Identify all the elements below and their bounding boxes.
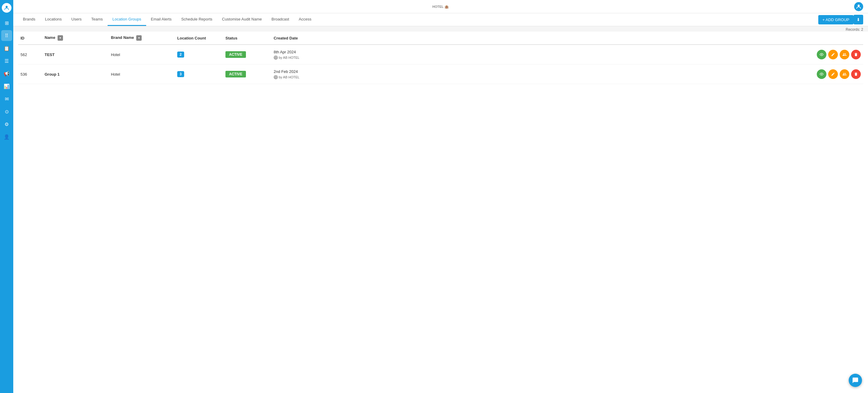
- row-name: TEST: [42, 44, 108, 64]
- tab-email-alerts[interactable]: Email Alerts: [146, 13, 177, 26]
- user-avatar[interactable]: [854, 2, 863, 11]
- document-icon[interactable]: 📋: [1, 43, 12, 54]
- nav-tabs: Brands Locations Users Teams Location Gr…: [13, 13, 868, 26]
- row-created-date: 8th Apr 2024 ⓘ by AB HOTEL: [271, 44, 814, 64]
- add-group-button[interactable]: + ADD GROUP: [818, 15, 854, 24]
- view-button[interactable]: [817, 50, 827, 59]
- manage-users-button[interactable]: [840, 50, 849, 59]
- edit-button[interactable]: [828, 69, 838, 79]
- name-sort-button[interactable]: ▼: [58, 35, 63, 41]
- target-icon[interactable]: ⊙: [1, 106, 12, 117]
- row-brand-name: Hotel: [108, 64, 175, 84]
- list-icon[interactable]: ☰: [1, 56, 12, 66]
- row-actions: [814, 64, 863, 84]
- tab-teams[interactable]: Teams: [87, 13, 107, 26]
- view-button[interactable]: [817, 69, 827, 79]
- megaphone-icon[interactable]: 📢: [1, 68, 12, 79]
- chat-button[interactable]: [849, 374, 862, 387]
- col-brand-name: Brand Name ▼: [108, 32, 175, 44]
- col-name: Name ▼: [42, 32, 108, 44]
- info-icon: ⓘ: [274, 56, 278, 60]
- row-location-count: 2: [175, 44, 223, 64]
- action-icons: [817, 69, 861, 79]
- col-status: Status: [223, 32, 271, 44]
- svg-point-2: [821, 54, 822, 55]
- content-area: ID Name ▼ Brand Name ▼ Location Count: [13, 32, 868, 393]
- topbar: HOTEL 🏨: [13, 0, 868, 13]
- info-icon: ⓘ: [274, 75, 278, 79]
- row-name: Group 1: [42, 64, 108, 84]
- edit-button[interactable]: [828, 50, 838, 59]
- tab-broadcast[interactable]: Broadcast: [267, 13, 294, 26]
- row-created-date: 2nd Feb 2024 ⓘ by AB HOTEL: [271, 64, 814, 84]
- row-status: ACTIVE: [223, 64, 271, 84]
- tab-schedule-reports[interactable]: Schedule Reports: [176, 13, 217, 26]
- svg-point-1: [858, 4, 860, 7]
- tab-locations[interactable]: Locations: [40, 13, 67, 26]
- tab-customise-audit-name[interactable]: Customise Audit Name: [217, 13, 267, 26]
- delete-button[interactable]: [851, 50, 861, 59]
- manage-users-button[interactable]: [840, 69, 849, 79]
- inbox-icon[interactable]: ✉: [1, 93, 12, 104]
- delete-button[interactable]: [851, 69, 861, 79]
- col-id: ID: [18, 32, 42, 44]
- settings-icon[interactable]: ⚙: [1, 119, 12, 129]
- row-brand-name: Hotel: [108, 44, 175, 64]
- col-created-date: Created Date: [271, 32, 814, 44]
- row-id: 536: [18, 64, 42, 84]
- row-location-count: 3: [175, 64, 223, 84]
- records-count: Records: 2: [13, 26, 868, 32]
- table-row: 562 TEST Hotel 2 ACTIVE 8th Apr 2024: [18, 44, 863, 64]
- tab-users[interactable]: Users: [67, 13, 87, 26]
- tab-brands[interactable]: Brands: [18, 13, 40, 26]
- col-location-count: Location Count: [175, 32, 223, 44]
- table-row: 536 Group 1 Hotel 3 ACTIVE 2nd Feb 2024: [18, 64, 863, 84]
- action-icons: [817, 50, 861, 59]
- table-header-row: ID Name ▼ Brand Name ▼ Location Count: [18, 32, 863, 44]
- tab-location-groups[interactable]: Location Groups: [107, 13, 146, 26]
- svg-point-3: [821, 73, 822, 75]
- svg-point-0: [6, 6, 8, 8]
- location-groups-table: ID Name ▼ Brand Name ▼ Location Count: [18, 32, 863, 84]
- brand-logo: HOTEL 🏨: [433, 4, 449, 9]
- app-logo[interactable]: [2, 3, 11, 13]
- chart-icon[interactable]: 📊: [1, 81, 12, 92]
- row-actions: [814, 44, 863, 64]
- dots-menu-icon[interactable]: ⠿: [1, 30, 12, 41]
- person-icon[interactable]: 👤: [1, 131, 12, 142]
- col-actions: [814, 32, 863, 44]
- main-content: HOTEL 🏨 Brands Locations Users Teams Loc…: [13, 0, 868, 393]
- table-container: ID Name ▼ Brand Name ▼ Location Count: [13, 32, 868, 84]
- grid-icon[interactable]: ⊞: [1, 18, 12, 28]
- download-button[interactable]: ⬇: [854, 15, 863, 24]
- row-id: 562: [18, 44, 42, 64]
- row-status: ACTIVE: [223, 44, 271, 64]
- brand-sort-button[interactable]: ▼: [136, 35, 142, 41]
- sidebar: ⊞ ⠿ 📋 ☰ 📢 📊 ✉ ⊙ ⚙ 👤: [0, 0, 13, 393]
- tab-access[interactable]: Access: [294, 13, 316, 26]
